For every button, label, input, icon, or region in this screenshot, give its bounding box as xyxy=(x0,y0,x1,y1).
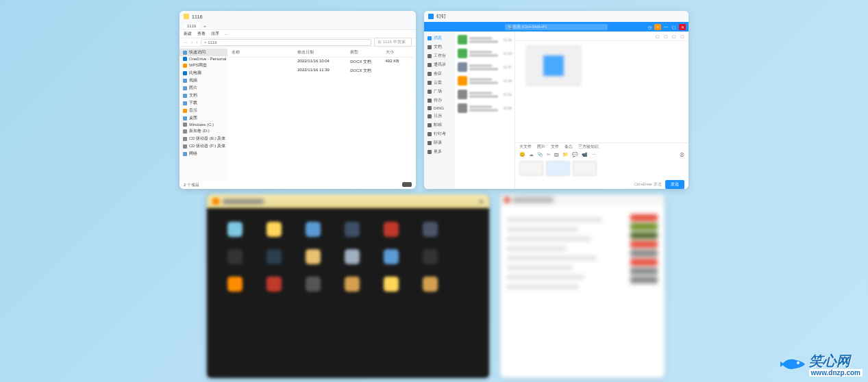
explorer-tab-active[interactable]: 1116 xyxy=(184,23,199,29)
explorer-search[interactable]: 在 1116 中搜索 xyxy=(374,38,412,47)
nav-item[interactable]: 日历 xyxy=(424,112,455,120)
sidebar-item[interactable]: 文档 xyxy=(179,92,227,99)
nav-item[interactable]: 广场 xyxy=(424,87,455,96)
nav-item[interactable]: 云盘 xyxy=(424,78,455,87)
toolbar-sort[interactable]: 排序 xyxy=(211,31,219,37)
sidebar-swatch[interactable] xyxy=(630,268,658,275)
app-tile[interactable] xyxy=(345,222,360,237)
record-icon[interactable]: ⦿ xyxy=(680,153,684,157)
nav-item[interactable]: DING xyxy=(424,105,455,112)
search-input[interactable]: 🔍 搜索 (Ctrl+Shift+F) xyxy=(505,24,608,30)
sidebar-item[interactable]: 视频 xyxy=(179,77,227,84)
clock-icon[interactable]: ◷ xyxy=(646,24,653,30)
file-row[interactable]: 2022/11/16 11:39DOCX 文档 xyxy=(229,66,414,75)
sidebar-item[interactable]: 网络 xyxy=(179,150,227,157)
group-icon[interactable]: ▢ xyxy=(672,34,676,38)
chat-list-item[interactable]: 11:02 xyxy=(455,88,514,101)
compose-tool-icon[interactable]: ⋯ xyxy=(591,152,596,157)
sidebar-item[interactable]: Windows (C:) xyxy=(179,122,227,127)
sidebar-item[interactable]: 快速访问 xyxy=(179,49,227,56)
app-tile[interactable] xyxy=(345,277,360,292)
sidebar-item[interactable]: 桌面 xyxy=(179,114,227,122)
app-tile[interactable] xyxy=(266,249,282,264)
sidebar-item[interactable]: 音乐 xyxy=(179,107,227,114)
compose-tool-icon[interactable]: ☁ xyxy=(529,152,534,157)
chat-list-item[interactable]: 11:47 xyxy=(455,60,514,74)
sidebar-item[interactable]: 此电脑 xyxy=(179,69,227,77)
app-tile[interactable] xyxy=(345,249,360,264)
explorer-titlebar[interactable]: 1116 xyxy=(179,11,416,22)
app-tile[interactable] xyxy=(384,222,399,237)
dark-app-window[interactable]: ✕ xyxy=(207,194,489,378)
col-date[interactable]: 修改日期 xyxy=(297,49,350,55)
sidebar-item[interactable]: CD 驱动器 (E:) 及体 xyxy=(179,135,227,142)
sidebar-item[interactable]: OneDrive - Personal xyxy=(179,56,227,62)
explorer-tab-add[interactable]: + xyxy=(203,24,206,28)
app-tile[interactable] xyxy=(266,277,282,292)
chat-icon[interactable]: ▢ xyxy=(656,34,660,38)
attachment-thumb[interactable] xyxy=(519,161,543,176)
col-type[interactable]: 类型 xyxy=(350,49,385,55)
attachment-thumb[interactable] xyxy=(546,161,570,176)
sidebar-swatch[interactable] xyxy=(630,232,658,239)
compose-tool-icon[interactable]: 🖼 xyxy=(554,153,559,157)
app-tile[interactable] xyxy=(227,277,243,292)
chat-list-item[interactable]: 10:58 xyxy=(455,101,514,115)
contact-icon[interactable]: ▢ xyxy=(664,34,668,38)
app-tile[interactable] xyxy=(266,222,282,237)
chat-list-item[interactable]: 11:16 xyxy=(455,33,514,47)
nav-forward-icon[interactable]: → xyxy=(190,40,194,44)
send-button[interactable]: 发送 xyxy=(665,180,684,189)
nav-item[interactable]: 文档 xyxy=(424,42,455,51)
compose-tab[interactable]: 备忘 xyxy=(565,144,573,150)
sidebar-swatch[interactable] xyxy=(630,223,658,230)
sidebar-item[interactable]: 图片 xyxy=(179,84,227,92)
toolbar-new[interactable]: 新建 xyxy=(184,31,192,37)
light-app-window[interactable] xyxy=(500,194,665,378)
sidebar-item[interactable]: WPS网盘 xyxy=(179,62,227,69)
compose-tool-icon[interactable]: 📎 xyxy=(537,152,543,157)
dingtalk-titlebar[interactable]: 钉钉 xyxy=(424,11,689,22)
compose-tab[interactable]: 文件 xyxy=(551,144,559,150)
toolbar-more[interactable]: ··· xyxy=(225,32,228,36)
nav-item[interactable]: 会议 xyxy=(424,69,455,78)
sidebar-item[interactable]: CD 驱动器 (F:) 及体 xyxy=(179,142,227,150)
nav-item[interactable]: 钉钉考 xyxy=(424,129,455,138)
dingtalk-window[interactable]: 钉钉 🔍 搜索 (Ctrl+Shift+F) ◷ + — ▢ ✕ 消息文档工作台… xyxy=(424,11,689,189)
dark-app-titlebar[interactable]: ✕ xyxy=(207,194,489,208)
nav-item[interactable]: 邮箱 xyxy=(424,120,455,129)
compose-tab[interactable]: 图片 xyxy=(537,144,545,150)
message-image-preview[interactable] xyxy=(526,45,581,86)
nav-item[interactable]: 待办 xyxy=(424,96,455,105)
more-icon[interactable]: ▢ xyxy=(680,34,684,38)
file-explorer-window[interactable]: 1116 1116 + 新建 查看 排序 ··· ← → ↑ > 1116 在 … xyxy=(179,11,416,189)
sidebar-swatch[interactable] xyxy=(630,259,658,266)
file-row[interactable]: 2022/11/16 10:04DOCX 文档492 KB xyxy=(229,58,414,66)
app-tile[interactable] xyxy=(227,222,243,237)
compose-tool-icon[interactable]: ✂ xyxy=(547,152,551,157)
app-tile[interactable] xyxy=(384,249,399,264)
close-button[interactable]: ✕ xyxy=(679,24,686,30)
nav-item[interactable]: 工作台 xyxy=(424,51,455,60)
sidebar-swatch[interactable] xyxy=(630,214,658,221)
compose-tab[interactable]: 大文件 xyxy=(519,144,532,150)
view-toggle-icon[interactable] xyxy=(402,182,412,187)
compose-tool-icon[interactable]: 📁 xyxy=(562,152,569,157)
app-tile[interactable] xyxy=(227,249,243,264)
light-app-titlebar[interactable] xyxy=(500,194,665,205)
compose-tool-icon[interactable]: 😊 xyxy=(519,152,525,157)
col-size[interactable]: 大小 xyxy=(386,49,412,55)
nav-item[interactable]: 消息 xyxy=(424,34,455,42)
compose-tab[interactable]: 三方验知识 xyxy=(578,144,599,150)
add-button[interactable]: + xyxy=(654,24,661,30)
compose-tool-icon[interactable]: 📹 xyxy=(582,152,588,157)
maximize-button[interactable]: ▢ xyxy=(671,24,678,30)
breadcrumb[interactable]: > 1116 xyxy=(201,39,371,46)
nav-up-icon[interactable]: ↑ xyxy=(196,40,198,44)
minimize-button[interactable]: — xyxy=(662,24,669,30)
chat-messages[interactable] xyxy=(515,41,689,142)
compose-tool-icon[interactable]: 💬 xyxy=(572,152,578,157)
sidebar-swatch[interactable] xyxy=(630,250,658,257)
nav-item[interactable]: 通讯录 xyxy=(424,60,455,69)
nav-item[interactable]: 听课 xyxy=(424,138,455,147)
